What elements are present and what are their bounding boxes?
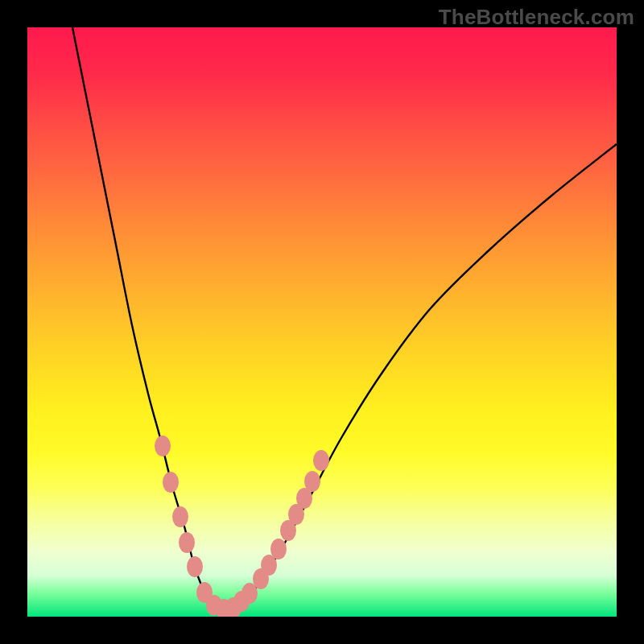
watermark-text: TheBottleneck.com xyxy=(439,5,634,30)
highlight-dot xyxy=(155,436,171,456)
highlight-dots-group xyxy=(155,436,329,617)
highlight-dot xyxy=(179,532,195,553)
highlight-dot xyxy=(304,471,320,492)
highlight-dot xyxy=(313,450,329,471)
highlight-dot xyxy=(163,472,179,493)
bottleneck-curve-svg xyxy=(27,27,617,617)
highlight-dot xyxy=(187,556,203,577)
highlight-dot xyxy=(270,539,287,559)
plot-area xyxy=(27,27,617,617)
bottleneck-curve xyxy=(68,27,617,609)
highlight-dot xyxy=(172,506,188,527)
chart-frame: TheBottleneck.com xyxy=(0,0,644,644)
